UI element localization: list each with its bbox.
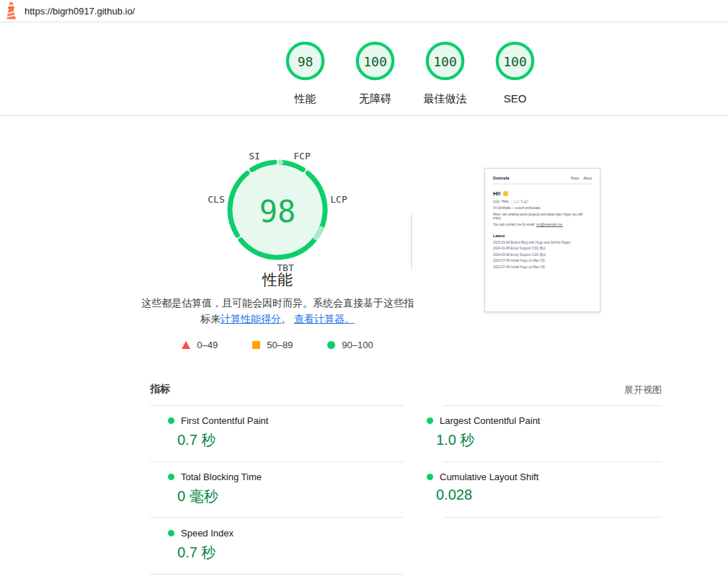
thumb-contact-prefix: You can contact me by email: (493, 223, 536, 226)
metric-lcp-value: 1.0 秒 (436, 430, 657, 450)
pass-dot-icon (427, 474, 433, 480)
pass-dot-icon (427, 417, 433, 424)
pass-dot-icon (168, 530, 174, 536)
metrics-header-divider-right (443, 405, 662, 406)
best-practices-gauge-icon: 100 (425, 40, 466, 81)
performance-section-title: 性能 (223, 270, 332, 290)
thumb-line-2: I'm Dmitrafa — a tech enthusiast. (493, 206, 592, 210)
seo-label: SEO (504, 92, 527, 105)
legend-fail: 0–49 (182, 340, 218, 350)
metric-tbt-name: Total Blocking Time (181, 472, 262, 482)
metric-speed-index: Speed Index 0.7 秒 (168, 528, 399, 562)
thumb-post-4: 2023-07-04 Install Hugo on Mac OS (493, 259, 592, 262)
lcp-label: LCP (330, 194, 347, 205)
metric-row-divider (443, 461, 662, 462)
performance-big-gauge: 98 (223, 156, 332, 264)
page-screenshot-thumbnail[interactable]: Dmitrafa Posts About Hi! 你好, Hello, こんにち… (484, 168, 600, 312)
legend-average: 50–89 (252, 340, 293, 350)
thumb-nav-posts: Posts (571, 177, 579, 180)
performance-score: 98 (298, 54, 314, 69)
score-accessibility[interactable]: 100 无障碍 (340, 22, 410, 106)
best-practices-label: 最佳做法 (424, 92, 467, 106)
metric-row-divider (443, 517, 662, 518)
metric-tbt: Total Blocking Time 0 毫秒 (168, 472, 399, 506)
lighthouse-report-page: https://bigrh0917.github.io/ 98 性能 100 无… (0, 0, 728, 584)
thumb-post-5: 2022-07-04 Install Hugo on Mac OS (493, 265, 592, 269)
score-disclaimer: 这些都是估算值，且可能会因时而异。系统会直接基于这些指标来计算性能得分。 查看计… (141, 295, 414, 327)
metric-cls-name: Cumulative Layout Shift (440, 472, 538, 482)
metrics-header-divider-left (150, 405, 404, 406)
metric-cls-value: 0.028 (436, 487, 657, 503)
score-performance[interactable]: 98 性能 (270, 22, 340, 106)
metric-lcp: Largest Contentful Paint 1.0 秒 (427, 415, 657, 450)
pass-dot-icon (168, 417, 174, 424)
url-bar: https://bigrh0917.github.io/ (0, 0, 728, 22)
metric-lcp-name: Largest Contentful Paint (440, 415, 540, 426)
thumb-latest-heading: Latest (493, 234, 592, 238)
seo-score: 100 (503, 54, 527, 69)
wave-emoji-icon (503, 191, 508, 196)
metric-tbt-value: 0 毫秒 (177, 487, 399, 506)
disclaimer-separator: 。 (281, 313, 294, 324)
section-divider (0, 115, 728, 116)
si-label: SI (249, 151, 260, 162)
metric-si-value: 0.7 秒 (177, 543, 399, 562)
accessibility-score: 100 (363, 54, 387, 69)
thumb-greeting-text: Hi! (493, 190, 501, 197)
fcp-label: FCP (293, 151, 310, 162)
legend-average-range: 50–89 (267, 340, 293, 350)
performance-gauge-icon: 98 (285, 40, 326, 81)
legend-pass-range: 90–100 (342, 340, 373, 350)
cls-label: CLS (208, 194, 224, 205)
score-best-practices[interactable]: 100 最佳做法 (410, 22, 480, 106)
metric-row-divider (150, 574, 404, 575)
score-calc-link[interactable]: 计算性能得分 (221, 313, 281, 324)
thumb-line-3: Here I am sharing some projects and idea… (493, 213, 592, 220)
thumb-divider (493, 183, 592, 185)
metric-row-divider (150, 461, 404, 462)
best-practices-score: 100 (433, 54, 457, 69)
metric-fcp-value: 0.7 秒 (177, 430, 399, 450)
thumb-line-1: 你好, Hello, こんにちは! (493, 200, 592, 203)
pass-dot-icon (168, 474, 174, 480)
average-square-icon (252, 341, 260, 349)
legend-pass: 90–100 (327, 340, 373, 350)
thumb-post-3: 2024-03-08 Emoji Support CSS 测试 (493, 253, 592, 257)
metric-cls: Cumulative Layout Shift 0.028 (427, 472, 657, 503)
score-seo[interactable]: 100 SEO (480, 22, 550, 106)
thumb-site-name: Dmitrafa (493, 176, 509, 180)
metric-fcp-name: First Contentful Paint (181, 415, 268, 426)
thumb-nav: Posts About (571, 177, 592, 180)
legend-fail-range: 0–49 (197, 340, 218, 350)
pass-circle-icon (327, 341, 335, 349)
category-scores: 98 性能 100 无障碍 100 最佳做法 100 (270, 22, 550, 106)
accessibility-gauge-icon: 100 (355, 40, 396, 81)
thumb-contact-line: You can contact me by email: xxx@example… (493, 223, 592, 226)
performance-big-score: 98 (259, 194, 296, 229)
performance-label: 性能 (295, 92, 316, 106)
metric-row-divider (150, 517, 404, 518)
expand-view-button[interactable]: 展开视图 (614, 384, 662, 397)
thumb-site-header: Dmitrafa Posts About (493, 176, 592, 180)
thumb-greeting: Hi! (493, 190, 592, 197)
metric-si-name: Speed Index (181, 528, 234, 539)
seo-gauge-icon: 100 (494, 40, 536, 81)
calculator-link[interactable]: 查看计算器。 (294, 313, 355, 324)
metrics-section-title: 指标 (150, 383, 170, 396)
vertical-divider (411, 215, 412, 268)
accessibility-label: 无障碍 (359, 92, 391, 106)
thumb-nav-about: About (583, 177, 592, 180)
thumb-contact-email: xxx@example.me. (536, 223, 563, 226)
lighthouse-icon (4, 2, 18, 19)
thumb-post-1: 2025-03-08 Build a Blog with Hugo and Gi… (493, 241, 592, 244)
metric-fcp: First Contentful Paint 0.7 秒 (168, 415, 399, 450)
thumb-post-2: 2024-03-08 Emoji Support CSS 测试 (493, 247, 592, 250)
fail-triangle-icon (182, 341, 190, 349)
score-legend: 0–49 50–89 90–100 (141, 340, 414, 350)
page-url: https://bigrh0917.github.io/ (25, 6, 135, 17)
